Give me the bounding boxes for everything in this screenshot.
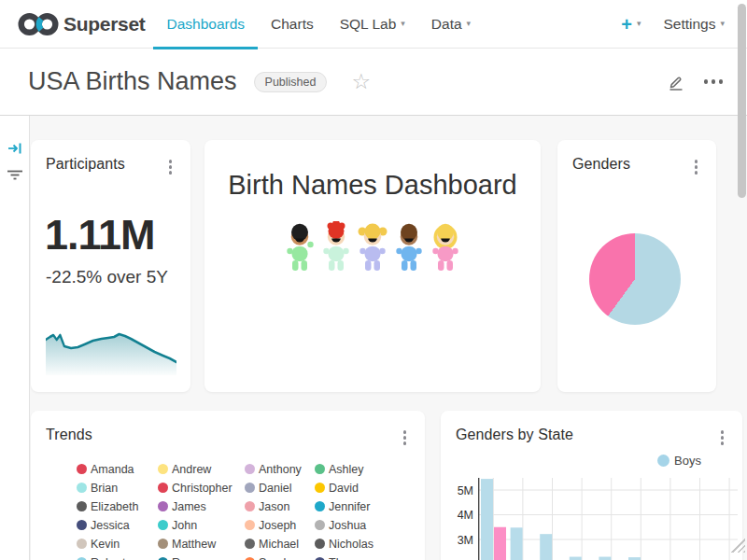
markdown-header-card: Birth Names Dashboard bbox=[204, 140, 541, 392]
big-number-value: 1.11M bbox=[45, 211, 155, 259]
legend-dot bbox=[77, 520, 87, 530]
caret-down-icon: ▾ bbox=[467, 20, 472, 28]
nav-item-sql-lab[interactable]: SQL Lab▾ bbox=[327, 0, 418, 49]
legend-label: Anthony bbox=[259, 463, 302, 476]
caret-down-icon: ▾ bbox=[720, 20, 725, 28]
plus-icon: + bbox=[621, 15, 632, 34]
vertical-scrollbar-thumb[interactable] bbox=[738, 4, 746, 198]
legend-item-sarah[interactable]: Sarah bbox=[245, 553, 315, 560]
favorite-star-icon[interactable]: ☆ bbox=[351, 71, 371, 92]
markdown-title: Birth Names Dashboard bbox=[204, 170, 541, 201]
legend-item-christopher[interactable]: Christopher bbox=[158, 479, 245, 497]
legend-label: Brian bbox=[91, 482, 118, 495]
legend-label: Kevin bbox=[91, 538, 120, 551]
caret-down-icon: ▾ bbox=[637, 20, 641, 28]
kebab-menu-icon[interactable] bbox=[691, 158, 702, 176]
legend-label: Matthew bbox=[172, 538, 216, 551]
dashboard-title: USA Births Names bbox=[28, 67, 237, 96]
baby-blonde-pigtails-lavender bbox=[358, 224, 387, 272]
nav-item-label: Dashboards bbox=[166, 16, 245, 33]
legend-dot bbox=[245, 501, 255, 511]
published-badge[interactable]: Published bbox=[254, 72, 328, 92]
top-navbar: Superset DashboardsChartsSQL Lab▾Data▾ +… bbox=[0, 0, 747, 49]
baby-black-hair-green bbox=[287, 224, 313, 271]
legend-item-jennifer[interactable]: Jennifer bbox=[315, 497, 425, 516]
expand-filter-bar-icon[interactable] bbox=[7, 142, 22, 155]
legend-dot bbox=[158, 501, 168, 511]
chart-title: Genders bbox=[572, 156, 630, 173]
genders-pie-chart[interactable] bbox=[589, 233, 681, 325]
trends-card: Trends AmandaAndrewAnthonyAshleyBrianChr… bbox=[31, 411, 425, 560]
legend-dot bbox=[158, 483, 168, 493]
legend-dot bbox=[77, 464, 87, 474]
legend-item-anthony[interactable]: Anthony bbox=[245, 460, 315, 479]
settings-menu[interactable]: Settings ▾ bbox=[663, 16, 725, 33]
legend-label: David bbox=[329, 482, 359, 495]
superset-logo-link[interactable]: Superset bbox=[17, 12, 145, 36]
superset-dashboard-screen: Superset DashboardsChartsSQL Lab▾Data▾ +… bbox=[0, 0, 747, 560]
legend-item-david[interactable]: David bbox=[315, 479, 425, 497]
baby-red-hair-mint bbox=[323, 221, 348, 271]
trends-legend: AmandaAndrewAnthonyAshleyBrianChristophe… bbox=[31, 460, 425, 560]
legend-label: Elizabeth bbox=[91, 500, 138, 513]
participants-trendline-chart[interactable] bbox=[46, 321, 176, 375]
legend-item-kevin[interactable]: Kevin bbox=[77, 535, 158, 553]
legend-dot bbox=[158, 520, 168, 530]
legend-dot bbox=[77, 501, 87, 511]
legend-item-brian[interactable]: Brian bbox=[77, 479, 158, 497]
legend-label: Michael bbox=[259, 538, 299, 551]
legend-item-joseph[interactable]: Joseph bbox=[245, 516, 315, 535]
nav-item-label: Charts bbox=[271, 16, 314, 33]
kebab-menu-icon[interactable] bbox=[165, 158, 176, 176]
genders-by-state-bar-chart[interactable]: 5M4M3M bbox=[441, 411, 742, 560]
legend-label: Robert bbox=[91, 556, 126, 560]
nav-item-label: SQL Lab bbox=[340, 16, 397, 33]
chart-title: Trends bbox=[46, 427, 92, 443]
nav-item-dashboards[interactable]: Dashboards bbox=[153, 0, 258, 49]
legend-item-james[interactable]: James bbox=[158, 497, 245, 516]
legend-item-nicholas[interactable]: Nicholas bbox=[315, 535, 425, 553]
legend-label: Andrew bbox=[172, 463, 211, 476]
more-options-icon[interactable] bbox=[702, 76, 726, 88]
genders-card: Genders bbox=[557, 140, 716, 392]
legend-item-ryan[interactable]: Ryan bbox=[158, 553, 245, 560]
nav-item-data[interactable]: Data▾ bbox=[418, 0, 484, 49]
baby-brown-hair-blue bbox=[396, 224, 421, 271]
brand-name: Superset bbox=[63, 13, 145, 35]
nav-item-charts[interactable]: Charts bbox=[258, 0, 327, 49]
legend-item-jessica[interactable]: Jessica bbox=[77, 516, 158, 535]
edit-pencil-icon[interactable] bbox=[667, 73, 685, 91]
legend-item-robert[interactable]: Robert bbox=[77, 553, 158, 560]
filter-icon[interactable] bbox=[7, 170, 23, 181]
legend-label: Ryan bbox=[172, 556, 199, 560]
legend-label: Christopher bbox=[172, 482, 233, 495]
legend-item-andrew[interactable]: Andrew bbox=[158, 460, 245, 479]
legend-item-michael[interactable]: Michael bbox=[245, 535, 315, 553]
legend-dot bbox=[315, 483, 325, 493]
legend-item-matthew[interactable]: Matthew bbox=[158, 535, 245, 553]
legend-dot bbox=[77, 539, 87, 549]
legend-label: Amanda bbox=[91, 463, 134, 476]
big-number-subheader: -22.5% over 5Y bbox=[46, 267, 168, 287]
legend-item-elizabeth[interactable]: Elizabeth bbox=[77, 497, 158, 516]
legend-dot bbox=[315, 501, 325, 511]
babies-illustration bbox=[282, 221, 464, 273]
legend-item-amanda[interactable]: Amanda bbox=[77, 460, 158, 479]
legend-item-ashley[interactable]: Ashley bbox=[315, 460, 425, 479]
legend-item-john[interactable]: John bbox=[158, 516, 245, 535]
legend-item-thomas[interactable]: Thomas bbox=[315, 553, 425, 560]
kebab-menu-icon[interactable] bbox=[400, 428, 411, 447]
settings-label: Settings bbox=[663, 16, 715, 33]
caret-down-icon: ▾ bbox=[401, 20, 405, 28]
header-actions bbox=[667, 73, 726, 91]
legend-label: Joseph bbox=[259, 519, 296, 532]
legend-item-joshua[interactable]: Joshua bbox=[315, 516, 425, 535]
new-dropdown-button[interactable]: + ▾ bbox=[621, 15, 641, 34]
legend-dot bbox=[245, 483, 255, 493]
chart-title: Participants bbox=[46, 156, 125, 173]
filter-bar-collapsed bbox=[0, 116, 30, 560]
svg-text:5M: 5M bbox=[458, 484, 473, 497]
legend-item-daniel[interactable]: Daniel bbox=[245, 479, 315, 497]
legend-item-jason[interactable]: Jason bbox=[245, 497, 315, 516]
nav-item-label: Data bbox=[431, 16, 462, 33]
